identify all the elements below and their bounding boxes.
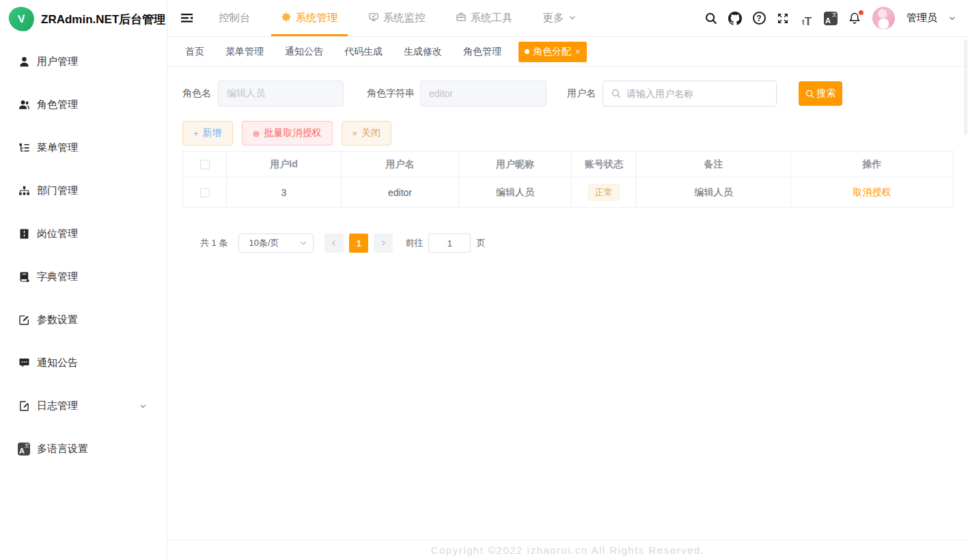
batch-cancel-auth-button[interactable]: ⊗ 批量取消授权 — [242, 121, 333, 145]
toolbar: + 新增 ⊗ 批量取消授权 × 关闭 — [182, 121, 954, 145]
sidebar-item-dictionary[interactable]: 字典管理 — [0, 255, 167, 298]
column-header: 账号状态 — [572, 152, 637, 177]
roles-icon — [18, 99, 30, 111]
search-icon — [805, 89, 814, 98]
column-header: 操作 — [791, 152, 953, 177]
close-button[interactable]: × 关闭 — [342, 121, 392, 145]
column-header: 备注 — [637, 152, 791, 177]
app-logo: V — [8, 5, 36, 33]
close-icon[interactable]: × — [575, 46, 581, 57]
select-all-cell — [183, 152, 227, 177]
log-icon — [18, 400, 30, 412]
sidebar-item-parameters[interactable]: 参数设置 — [0, 298, 167, 341]
search-button[interactable]: 搜索 — [799, 81, 842, 106]
sidebar-item-label: 角色管理 — [37, 98, 78, 111]
sidebar-item-departments[interactable]: 部门管理 — [0, 169, 167, 212]
avatar[interactable] — [872, 7, 895, 29]
tab-codegen[interactable]: 代码生成 — [344, 46, 383, 58]
tab-role-assign-active[interactable]: 角色分配 × — [518, 42, 587, 62]
search-icon[interactable] — [702, 10, 720, 27]
tab-gen-edit[interactable]: 生成修改 — [404, 46, 442, 58]
monitor-icon — [368, 12, 379, 25]
tab-role-mgmt[interactable]: 角色管理 — [463, 46, 501, 58]
role-key-input[interactable] — [420, 81, 547, 107]
chevron-down-icon[interactable] — [948, 14, 957, 23]
topnav-item-monitor[interactable]: 系统监控 — [359, 0, 435, 36]
role-name-input[interactable] — [218, 81, 344, 107]
sidebar-item-label: 多语言设置 — [37, 443, 88, 456]
topbar-actions: ? tT A文 管理员 — [702, 0, 957, 36]
user-name[interactable]: 管理员 — [907, 12, 937, 25]
topnav-item-tools[interactable]: 系统工具 — [446, 0, 523, 36]
pagination: 共 1 条 10条/页 1 前往 页 — [200, 234, 954, 253]
top-navbar: 控制台 系统管理 系统监控 系统工具 更多 — [167, 0, 968, 37]
app-logo-row[interactable]: V ZRAdmin.NET后台管理 — [0, 0, 167, 38]
goto-label: 前往 — [405, 237, 423, 249]
notification-dot — [859, 10, 863, 15]
cell-user-id: 3 — [227, 178, 342, 207]
prev-page-button[interactable] — [324, 234, 344, 253]
add-button[interactable]: + 新增 — [182, 121, 233, 145]
tab-menu-mgmt[interactable]: 菜单管理 — [225, 46, 264, 58]
sidebar-item-menus[interactable]: 菜单管理 — [0, 126, 167, 169]
sidebar-item-label: 岗位管理 — [37, 227, 78, 240]
cancel-auth-link[interactable]: 取消授权 — [853, 186, 891, 199]
sidebar-item-label: 日志管理 — [37, 400, 78, 412]
topnav-item-dashboard[interactable]: 控制台 — [209, 0, 260, 36]
font-size-icon[interactable]: tT — [798, 10, 816, 27]
select-all-checkbox[interactable] — [200, 160, 210, 169]
topnav-label: 控制台 — [219, 11, 251, 25]
role-key-label: 角色字符串 — [367, 87, 415, 100]
sidebar-collapse-icon[interactable] — [180, 0, 194, 36]
notification-bell-icon[interactable] — [846, 10, 863, 27]
table-row: 3 editor 编辑人员 正常 编辑人员 取消授权 — [183, 178, 953, 207]
sidebar-item-i18n[interactable]: A文 多语言设置 — [0, 428, 167, 471]
cell-nickname: 编辑人员 — [459, 178, 572, 207]
status-badge: 正常 — [588, 184, 620, 201]
chevron-down-icon — [299, 239, 307, 247]
language-icon[interactable]: A文 — [822, 10, 840, 27]
chevron-down-icon — [568, 12, 577, 25]
row-checkbox[interactable] — [200, 188, 210, 197]
tab-home[interactable]: 首页 — [185, 46, 204, 58]
dictionary-icon — [18, 271, 30, 283]
user-icon — [18, 56, 30, 68]
topnav-item-system[interactable]: 系统管理 — [271, 0, 348, 36]
cell-status: 正常 — [572, 178, 637, 207]
help-icon[interactable]: ? — [750, 10, 768, 27]
page-size-select[interactable]: 10条/页 — [238, 234, 314, 253]
app-title: ZRAdmin.NET后台管理 — [41, 12, 165, 27]
settings-edit-icon — [18, 314, 30, 326]
translate-icon: A文 — [18, 443, 30, 456]
sidebar-item-announcements[interactable]: 通知公告 — [0, 341, 167, 384]
goto-page-input[interactable] — [428, 234, 471, 253]
page-tabs: 首页 菜单管理 通知公告 代码生成 生成修改 角色管理 角色分配 × — [167, 37, 968, 67]
username-input[interactable] — [603, 81, 777, 107]
topnav-label: 系统管理 — [296, 11, 338, 25]
github-icon[interactable] — [726, 10, 744, 27]
chevron-down-icon — [139, 402, 148, 410]
cell-remark: 编辑人员 — [637, 178, 791, 207]
topnav-label: 更多 — [543, 11, 564, 25]
active-tab-dot — [525, 49, 529, 54]
goto-unit: 页 — [476, 237, 485, 249]
fullscreen-icon[interactable] — [774, 10, 792, 27]
role-name-label: 角色名 — [182, 87, 211, 100]
topnav-item-more[interactable]: 更多 — [534, 0, 586, 36]
sidebar-item-logs[interactable]: 日志管理 — [0, 384, 167, 428]
sidebar-menu: 用户管理 角色管理 菜单管理 部门管理 岗位管理 字典管理 — [0, 38, 167, 471]
sidebar: V ZRAdmin.NET后台管理 用户管理 角色管理 菜单管理 部门管理 — [0, 0, 167, 560]
cell-username: editor — [342, 178, 459, 207]
page-size-value: 10条/页 — [249, 237, 279, 249]
row-select-cell — [183, 178, 227, 207]
page-number-1[interactable]: 1 — [349, 234, 368, 253]
table-header-row: 用户Id 用户名 用户昵称 账号状态 备注 操作 — [183, 152, 953, 178]
next-page-button[interactable] — [374, 234, 393, 253]
sidebar-item-posts[interactable]: 岗位管理 — [0, 212, 167, 255]
scrollbar-thumb[interactable] — [964, 40, 967, 135]
sidebar-item-roles[interactable]: 角色管理 — [0, 83, 167, 126]
tab-announcements[interactable]: 通知公告 — [285, 46, 323, 58]
close-icon: × — [352, 128, 358, 139]
sidebar-item-label: 用户管理 — [37, 55, 78, 68]
sidebar-item-users[interactable]: 用户管理 — [0, 40, 167, 83]
